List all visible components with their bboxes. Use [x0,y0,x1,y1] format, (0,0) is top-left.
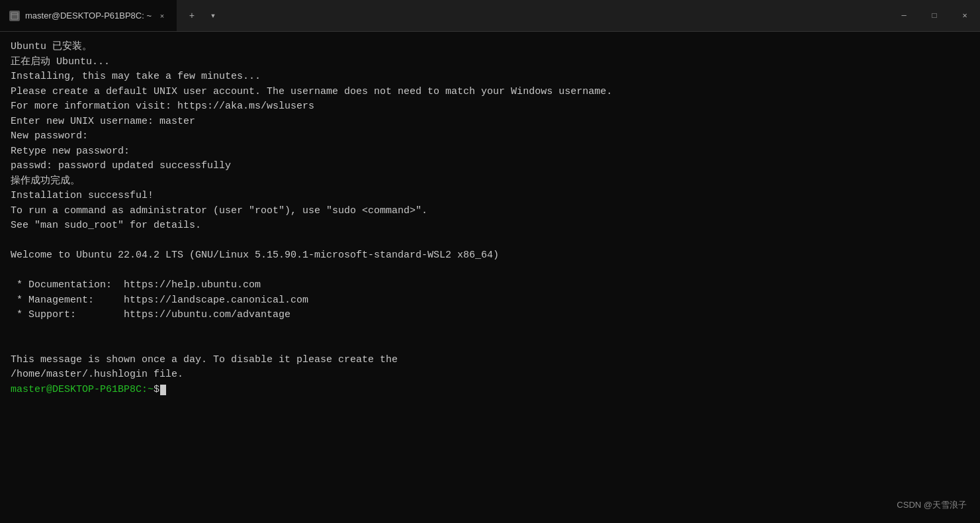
terminal-output: Ubuntu 已安装。 正在启动 Ubuntu... Installing, t… [11,40,969,383]
terminal-body[interactable]: Ubuntu 已安装。 正在启动 Ubuntu... Installing, t… [0,32,980,523]
minimize-button[interactable]: ─ [889,0,919,31]
titlebar: master@DESKTOP-P61BP8C: ~ × + ▾ ─ □ ✕ [0,0,980,32]
tab-label: master@DESKTOP-P61BP8C: ~ [25,11,152,21]
tab-actions: + ▾ [177,0,228,31]
tab-icon [9,11,20,21]
close-button[interactable]: ✕ [950,0,980,31]
cursor [160,385,166,395]
prompt-symbol: $ [154,383,159,398]
dropdown-button[interactable]: ▾ [203,6,223,26]
new-tab-button[interactable]: + [182,6,202,26]
window-controls: ─ □ ✕ [889,0,980,31]
watermark: CSDN @天雪浪子 [897,499,967,511]
prompt-line: master@DESKTOP-P61BP8C:~$ [11,383,969,398]
svg-rect-0 [11,13,18,19]
prompt-user: master@DESKTOP-P61BP8C:~ [11,383,154,398]
terminal-window: master@DESKTOP-P61BP8C: ~ × + ▾ ─ □ ✕ Ub… [0,0,980,523]
maximize-button[interactable]: □ [919,0,950,31]
active-tab[interactable]: master@DESKTOP-P61BP8C: ~ × [0,0,177,31]
tab-close-button[interactable]: × [157,11,167,21]
tab-area: master@DESKTOP-P61BP8C: ~ × + ▾ [0,0,889,31]
